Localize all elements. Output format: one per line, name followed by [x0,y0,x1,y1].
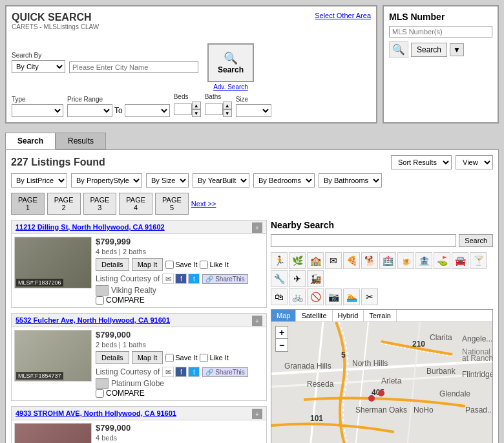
nearby-title: Nearby Search [271,220,493,230]
poi-bank-icon[interactable]: 🏦 [415,252,432,269]
poi-run-icon[interactable]: 🏃 [271,252,288,269]
poi-no-icon[interactable]: 🚫 [307,288,324,305]
listing-card: 4933 STROHM AVE, North Hollywood, CA 916… [11,406,267,443]
listing-1-save-label[interactable]: Save It [165,261,197,269]
sort-results-select[interactable]: Sort Results [391,155,452,169]
mls-input[interactable] [389,26,492,38]
page-4-btn[interactable]: PAGE4 [119,193,152,215]
price-min-select[interactable] [67,104,112,117]
svg-text:at Ranch: at Ranch [462,354,492,363]
mls-dropdown-icon[interactable]: ▼ [450,43,464,56]
search-by-select[interactable]: By City By ZIP By Address [12,60,65,73]
baths-up-btn[interactable]: ▲ [223,102,232,109]
size-select[interactable] [236,104,271,117]
filter-bathrooms[interactable]: By Bathrooms [319,173,382,188]
listing-2-save-label[interactable]: Save It [165,354,197,362]
type-select[interactable] [12,104,63,117]
poi-school-icon[interactable]: 🏫 [307,252,324,269]
listing-1-like-check[interactable] [200,261,208,269]
mls-search-button[interactable]: Search [411,43,447,57]
map-tabs: Map Satellite Hybrid Terrain [271,310,492,322]
listing-2-compare-check[interactable] [96,389,104,398]
listing-2-share-btn[interactable]: 🔗 ShareThis [202,367,247,377]
listing-1-title[interactable]: 11212 Dilling St, North Hollywood, CA 91… [16,223,165,231]
listing-1-email-icon[interactable]: ✉ [162,274,174,284]
zoom-out-btn[interactable]: − [275,339,288,352]
poi-repair-icon[interactable]: 🔧 [271,270,288,287]
listing-card: 11212 Dilling St, North Hollywood, CA 91… [11,220,267,308]
map-tab-map[interactable]: Map [271,310,296,321]
poi-camera-icon[interactable]: 📷 [325,288,342,305]
baths-down-btn[interactable]: ▼ [223,109,232,117]
listing-1-facebook-icon[interactable]: f [175,274,187,284]
listing-1-details-btn[interactable]: Details [96,258,129,271]
listing-1-expand-icon[interactable]: + [252,222,262,233]
tab-search[interactable]: Search [5,133,56,149]
listing-2-details-btn[interactable]: Details [96,351,129,364]
poi-plane-icon[interactable]: ✈ [289,270,306,287]
beds-up-btn[interactable]: ▲ [192,102,201,109]
poi-train-icon[interactable]: 🚂 [307,270,324,287]
select-other-area-link[interactable]: Select Other Area [315,12,371,19]
adv-search-link[interactable]: Adv. Search [207,83,254,91]
poi-bar-icon[interactable]: 🍺 [397,252,414,269]
page-2-btn[interactable]: PAGE2 [47,193,81,215]
listing-3-expand-icon[interactable]: + [252,409,262,419]
city-input[interactable] [69,61,198,73]
listing-1-twitter-icon[interactable]: t [188,274,200,284]
listing-1-share-btn[interactable]: 🔗 ShareThis [202,274,247,284]
page-3-btn[interactable]: PAGE3 [83,193,117,215]
nearby-search-input[interactable] [271,234,456,247]
poi-cocktail-icon[interactable]: 🍸 [470,252,487,269]
listing-2-facebook-icon[interactable]: f [175,367,187,377]
listing-2-like-label[interactable]: Like It [200,354,228,362]
poi-scissors-icon[interactable]: ✂ [361,288,378,305]
poi-pet-icon[interactable]: 🐕 [361,252,378,269]
listing-2-expand-icon[interactable]: + [252,316,262,326]
listing-2-map-btn[interactable]: Map It [132,351,163,364]
next-page-link[interactable]: Next >> [191,200,216,208]
poi-hospital-icon[interactable]: 🏥 [379,252,396,269]
poi-park-icon[interactable]: 🌿 [289,252,306,269]
poi-food-icon[interactable]: 🍕 [343,252,360,269]
poi-golf-icon[interactable]: ⛳ [434,252,450,269]
listing-1-map-btn[interactable]: Map It [132,258,163,271]
tab-results[interactable]: Results [56,133,106,149]
map-tab-hybrid[interactable]: Hybrid [333,310,364,321]
listing-1-like-label[interactable]: Like It [200,261,228,269]
poi-pool-icon[interactable]: 🏊 [343,288,360,305]
poi-bike-icon[interactable]: 🚲 [289,288,306,305]
filter-yearbuilt[interactable]: By YearBuilt [193,173,249,188]
nearby-search-button[interactable]: Search [459,234,493,247]
listing-2-save-check[interactable] [165,354,174,362]
poi-mail-icon[interactable]: ✉ [325,252,342,269]
beds-down-btn[interactable]: ▼ [192,109,201,117]
svg-text:Granada Hills: Granada Hills [284,362,331,371]
listing-2-email-icon[interactable]: ✉ [162,367,174,377]
listing-1-save-check[interactable] [165,261,174,269]
price-max-select[interactable] [125,104,170,117]
search-button[interactable]: 🔍 Search [207,43,254,82]
listing-1-compare-check[interactable] [96,296,104,305]
poi-car-icon[interactable]: 🚘 [452,252,468,269]
listing-2-title[interactable]: 5532 Fulcher Ave, North Hollywood, CA 91… [16,316,170,324]
beds-input[interactable] [174,103,192,115]
listing-2-twitter-icon[interactable]: t [188,367,200,377]
filter-size[interactable]: By Size [146,173,189,188]
map-tab-terrain[interactable]: Terrain [364,310,397,321]
listing-1-courtesy: Listing Courtesy of [96,274,160,283]
filter-listprice[interactable]: By ListPrice [11,173,67,188]
view-select[interactable]: View [456,155,493,169]
listing-1-compare-label[interactable]: COMPARE [106,296,145,305]
poi-shopping-icon[interactable]: 🛍 [271,288,288,305]
filter-propertystyle[interactable]: By PropertyStyle [71,173,142,188]
filter-bedrooms[interactable]: By Bedrooms [253,173,315,188]
baths-input[interactable] [205,103,223,115]
listing-2-like-check[interactable] [200,354,208,362]
zoom-in-btn[interactable]: + [275,326,288,339]
page-5-btn[interactable]: PAGE5 [155,193,189,215]
map-tab-satellite[interactable]: Satellite [296,310,332,321]
page-1-btn[interactable]: PAGE1 [11,193,45,215]
listing-3-title[interactable]: 4933 STROHM AVE, North Hollywood, CA 916… [16,409,176,417]
listing-2-compare-label[interactable]: COMPARE [106,389,145,398]
